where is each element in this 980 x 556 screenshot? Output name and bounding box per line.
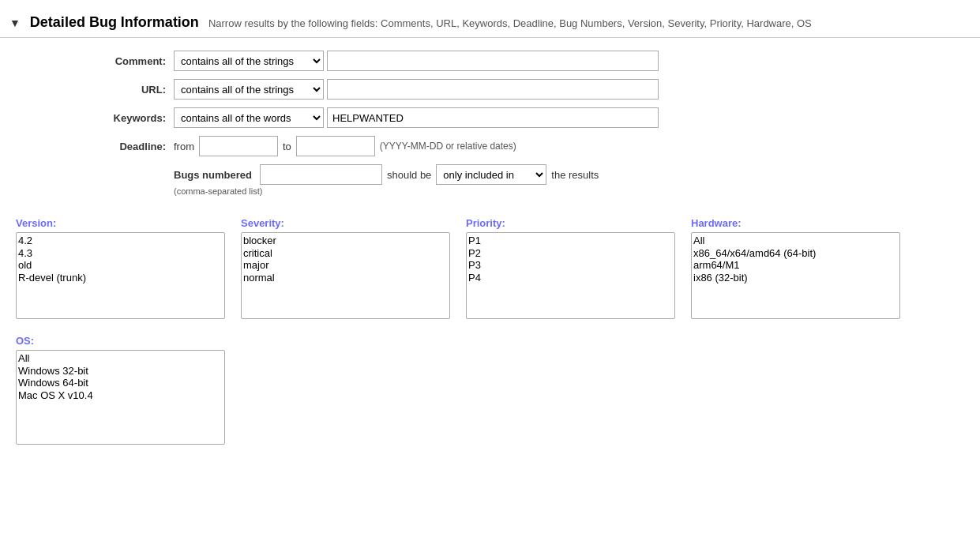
comment-row: Comment: contains all of the strings con… (16, 51, 964, 71)
url-label: URL: (16, 84, 174, 96)
severity-list[interactable]: blocker critical major normal (241, 232, 450, 319)
keywords-label: Keywords: (16, 112, 174, 124)
date-hint: (YYYY-MM-DD or relative dates) (380, 141, 516, 152)
deadline-fields: from to (YYYY-MM-DD or relative dates) (174, 136, 516, 156)
form-area: Comment: contains all of the strings con… (0, 46, 980, 209)
os-section: OS: All Windows 32-bit Windows 64-bit Ma… (0, 335, 980, 445)
keywords-input[interactable] (327, 107, 659, 128)
severity-label: Severity: (241, 217, 450, 229)
deadline-from-input[interactable] (199, 136, 278, 156)
section-header: ▼ Detailed Bug Information Narrow result… (0, 8, 980, 38)
page: ▼ Detailed Bug Information Narrow result… (0, 0, 980, 556)
priority-list[interactable]: P1 P2 P3 P4 (466, 232, 675, 319)
url-row: URL: contains all of the strings contain… (16, 79, 964, 100)
hardware-section: Hardware: All x86_64/x64/amd64 (64-bit) … (691, 217, 900, 319)
results-text: the results (551, 169, 599, 181)
url-input[interactable] (327, 79, 659, 100)
priority-section: Priority: P1 P2 P3 P4 (466, 217, 675, 319)
version-label: Version: (16, 217, 225, 229)
bugs-numbered-area: Bugs numbered should be only included in… (174, 164, 964, 197)
comment-label: Comment: (16, 55, 174, 67)
included-select[interactable]: only included in only excluded from (436, 164, 546, 185)
lists-area: Version: 4.2 4.3 old R-devel (trunk) Sev… (0, 209, 980, 327)
to-label: to (283, 141, 291, 152)
comment-select[interactable]: contains all of the strings contains any… (174, 51, 324, 71)
keywords-row: Keywords: contains all of the words cont… (16, 107, 964, 128)
keywords-select[interactable]: contains all of the words contains any o… (174, 107, 324, 128)
bugs-hint: (comma-separated list) (174, 186, 262, 196)
hardware-list[interactable]: All x86_64/x64/amd64 (64-bit) arm64/M1 i… (691, 232, 900, 319)
deadline-label: Deadline: (16, 141, 174, 152)
url-select[interactable]: contains all of the strings contains any… (174, 79, 324, 100)
os-list[interactable]: All Windows 32-bit Windows 64-bit Mac OS… (16, 350, 225, 445)
os-label: OS: (16, 335, 964, 347)
from-label: from (174, 141, 194, 152)
version-list[interactable]: 4.2 4.3 old R-devel (trunk) (16, 232, 225, 319)
bugs-row: Bugs numbered should be only included in… (174, 164, 964, 185)
narrow-results-text: Narrow results by the following fields: … (208, 17, 812, 29)
deadline-row: Deadline: from to (YYYY-MM-DD or relativ… (16, 136, 964, 156)
version-section: Version: 4.2 4.3 old R-devel (trunk) (16, 217, 225, 319)
hardware-label: Hardware: (691, 217, 900, 229)
bugs-input[interactable] (260, 164, 382, 185)
priority-label: Priority: (466, 217, 675, 229)
collapse-triangle[interactable]: ▼ (9, 17, 21, 29)
severity-section: Severity: blocker critical major normal (241, 217, 450, 319)
deadline-to-input[interactable] (296, 136, 375, 156)
should-be-label: should be (387, 169, 431, 181)
bugs-numbered-label: Bugs numbered (174, 169, 252, 181)
page-title: Detailed Bug Information (30, 14, 199, 31)
comment-input[interactable] (327, 51, 659, 71)
